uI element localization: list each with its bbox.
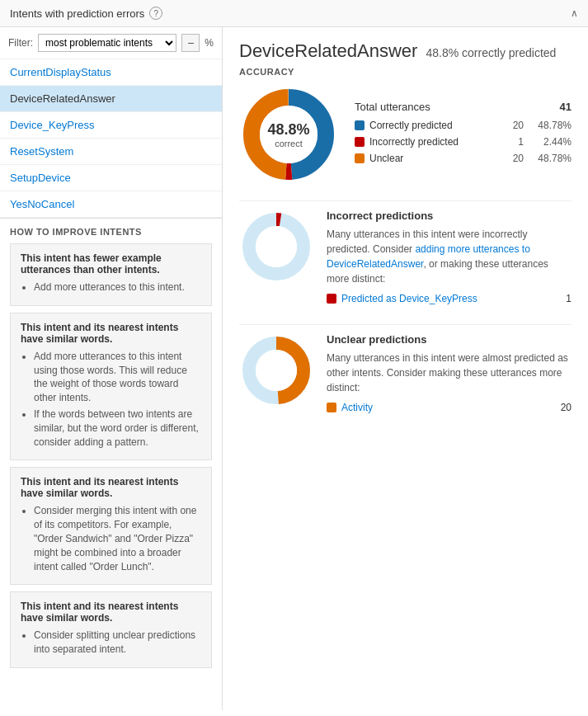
sidebar-item-resetsystem[interactable]: ResetSystem	[0, 139, 222, 165]
tip-bullet: Add more utterances to this intent.	[34, 280, 201, 294]
main-chart-label: 48.8% correct	[267, 121, 309, 148]
legend-pct: 2.44%	[530, 136, 572, 148]
svg-point-7	[256, 226, 297, 267]
pred-dot	[327, 403, 336, 412]
pred-item-count: 20	[561, 402, 572, 413]
pred-dot	[327, 294, 336, 304]
pred-item-count: 1	[566, 293, 572, 304]
panel-title: Intents with prediction errors	[10, 7, 144, 20]
tip-card: This intent and its nearest intents have…	[10, 467, 212, 585]
filter-select[interactable]: most problematic intents	[38, 34, 176, 52]
legend-row: Unclear 20 48.78%	[355, 153, 572, 164]
improve-section: HOW TO IMPROVE INTENTS This intent has f…	[0, 218, 222, 683]
legend-dot	[355, 120, 365, 130]
accuracy-percent-text: 48.8% correctly predicted	[426, 46, 556, 59]
legend-table: Total utterances 41 Correctly predicted …	[355, 101, 572, 169]
total-value: 41	[560, 101, 572, 113]
incorrect-title: Incorrect predictions	[327, 210, 572, 222]
legend-count: 1	[499, 136, 524, 148]
filter-minus-button[interactable]: −	[181, 34, 200, 52]
incorrect-donut-chart	[239, 210, 313, 284]
tip-heading: This intent and its nearest intents have…	[21, 476, 201, 499]
accuracy-label: ACCURACY	[239, 67, 572, 77]
improve-title: HOW TO IMPROVE INTENTS	[10, 227, 212, 237]
tip-bullet: Add more utterances to this intent using…	[34, 350, 201, 405]
total-label: Total utterances	[355, 101, 560, 113]
legend-name: Incorrectly predicted	[369, 136, 499, 148]
incorrect-content: Incorrect predictions Many utterances in…	[327, 210, 572, 308]
legend-pct: 48.78%	[530, 153, 572, 164]
incorrect-desc: Many utterances in this intent were inco…	[327, 227, 572, 286]
pred-item-name[interactable]: Predicted as Device_KeyPress	[341, 293, 561, 304]
tip-heading: This intent has fewer example utterances…	[21, 252, 201, 276]
pred-item-name[interactable]: Activity	[341, 402, 556, 413]
unclear-desc: Many utterances in this intent were almo…	[327, 351, 572, 395]
unclear-title: Unclear predictions	[327, 333, 572, 346]
intent-list: CurrentDisplayStatusDeviceRelatedAnswerD…	[0, 59, 222, 218]
legend-count: 20	[499, 153, 524, 164]
accuracy-section: 48.8% correct Total utterances 41 Correc…	[239, 85, 572, 184]
chart-pct: 48.8%	[267, 121, 309, 139]
legend-dot	[355, 153, 365, 163]
tip-card: This intent and its nearest intents have…	[10, 591, 212, 668]
main-content: DeviceRelatedAnswer 48.8% correctly pred…	[223, 27, 588, 710]
sidebar-item-devicerelatedanswer[interactable]: DeviceRelatedAnswer	[0, 86, 222, 112]
unclear-item: Activity 20	[327, 402, 572, 413]
filter-label: Filter:	[8, 37, 33, 49]
legend-dot	[355, 137, 365, 147]
incorrect-item: Predicted as Device_KeyPress 1	[327, 293, 572, 304]
collapse-icon[interactable]: ∧	[571, 7, 578, 19]
legend-name: Correctly predicted	[369, 120, 499, 131]
svg-point-10	[256, 350, 297, 391]
unclear-donut-chart	[239, 333, 313, 407]
add-utterances-link[interactable]: adding more utterances to DeviceRelatedA…	[327, 243, 530, 270]
filter-percent: %	[205, 37, 214, 49]
sidebar-item-yesnocancel[interactable]: YesNoCancel	[0, 191, 222, 218]
tip-heading: This intent and its nearest intents have…	[21, 322, 201, 345]
total-row: Total utterances 41	[355, 101, 572, 113]
tip-bullet: If the words between two intents are sim…	[34, 407, 201, 449]
legend-pct: 48.78%	[530, 120, 572, 131]
tip-heading: This intent and its nearest intents have…	[21, 601, 201, 624]
help-icon[interactable]: ?	[149, 7, 162, 20]
sidebar: Filter: most problematic intents − % Cur…	[0, 27, 223, 710]
sidebar-item-device_keypress[interactable]: Device_KeyPress	[0, 112, 222, 139]
legend-name: Unclear	[369, 153, 499, 164]
sidebar-item-setupdevice[interactable]: SetupDevice	[0, 165, 222, 191]
tip-bullet: Consider merging this intent with one of…	[34, 504, 201, 573]
chart-sub: correct	[267, 139, 309, 148]
tip-card: This intent and its nearest intents have…	[10, 313, 212, 461]
main-donut-chart: 48.8% correct	[239, 85, 338, 184]
tip-bullet: Consider splitting unclear predictions i…	[34, 629, 201, 657]
content-header: DeviceRelatedAnswer 48.8% correctly pred…	[239, 40, 572, 62]
legend-row: Correctly predicted 20 48.78%	[355, 120, 572, 131]
incorrect-section: Incorrect predictions Many utterances in…	[239, 200, 572, 308]
detail-intent-name: DeviceRelatedAnswer	[239, 40, 417, 62]
unclear-content: Unclear predictions Many utterances in t…	[327, 333, 572, 417]
unclear-section: Unclear predictions Many utterances in t…	[239, 324, 572, 417]
filter-row: Filter: most problematic intents − %	[0, 27, 222, 59]
legend-count: 20	[499, 120, 524, 131]
legend-row: Incorrectly predicted 1 2.44%	[355, 136, 572, 148]
tip-card: This intent has fewer example utterances…	[10, 243, 212, 306]
sidebar-item-currentdisplaystatus[interactable]: CurrentDisplayStatus	[0, 59, 222, 86]
